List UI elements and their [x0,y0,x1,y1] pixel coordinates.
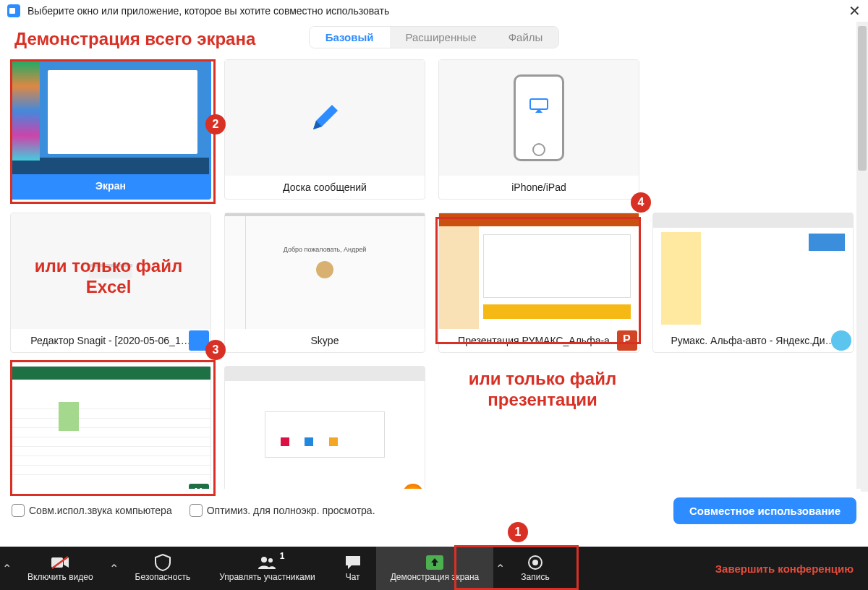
titlebar: Выберите окно или приложение, которое вы… [0,0,868,22]
chevron-up-icon[interactable]: ⌃ [108,562,121,576]
svg-rect-0 [530,99,548,109]
tile-label: Румакс. Альфа-авто - Яндекс.Ди… [653,329,853,352]
share-options-bar: Совм.испол.звука компьютера Оптимиз. для… [7,489,861,532]
tab-basic[interactable]: Базовый [310,27,390,48]
toolbar-participants[interactable]: 1 Управлять участниками [205,547,330,590]
dialog-title: Выберите окно или приложение, которое вы… [27,5,389,17]
share-screen-icon [425,555,444,570]
svg-point-7 [532,560,538,565]
chevron-up-icon[interactable]: ⌃ [493,562,506,576]
share-mode-tabs: Базовый Расширенные Файлы [0,26,868,53]
tile-label: Презентация РУМАКС_Альфа-а… [439,329,639,352]
shield-icon [155,555,171,570]
tile-snagit[interactable]: Редактор Snagit - [2020-05-06_1… [10,213,211,353]
share-button[interactable]: Совместное использование [673,497,856,524]
zoom-icon [7,4,20,17]
share-sources-grid: Экран Доска сообщений iPhone/iPad [10,59,854,532]
close-icon[interactable]: ✕ [848,2,861,20]
checkbox-optimize-fullscreen[interactable]: Оптимиз. для полноэкр. просмотра. [190,504,375,517]
svg-point-4 [268,558,273,563]
chat-icon [344,555,362,570]
tab-files[interactable]: Файлы [493,27,559,48]
toolbar-share-screen[interactable]: Демонстрация экрана [376,547,494,590]
toolbar-record[interactable]: Запись [506,547,563,590]
tile-firefox[interactable]: Редактор | Как пользоваться пр… [224,366,425,506]
powerpoint-icon [617,330,637,351]
tile-label: Skype [225,329,425,352]
iphone-icon [514,74,564,161]
pencil-icon [307,101,342,135]
toolbar-chat[interactable]: Чат [330,547,376,590]
tile-yandex-disk[interactable]: Румакс. Альфа-авто - Яндекс.Ди… [652,213,854,353]
share-screen-dialog: Выберите окно или приложение, которое вы… [0,0,868,590]
toolbar-video[interactable]: Включить видео [13,547,108,590]
toolbar-security[interactable]: Безопасность [121,547,205,590]
scrollbar-handle[interactable] [858,26,867,171]
checkbox-icon [12,504,25,517]
tile-excel[interactable]: План обучения - Excel [10,366,211,506]
checkbox-share-audio[interactable]: Совм.испол.звука компьютера [12,504,172,517]
checkbox-icon [190,504,203,517]
chevron-up-icon[interactable]: ⌃ [0,562,13,576]
record-icon [527,555,543,570]
tile-whiteboard[interactable]: Доска сообщений [224,59,425,200]
tile-screen[interactable]: Экран [10,59,211,200]
tile-skype[interactable]: Добро пожаловать, Андрей Skype [224,213,425,353]
svg-point-3 [261,557,267,563]
scrollbar[interactable] [856,22,868,492]
tile-label: Доска сообщений [225,176,425,199]
cloud-icon [831,330,851,351]
tab-advanced[interactable]: Расширенные [390,27,493,48]
snagit-icon [189,330,209,351]
video-off-icon [51,555,69,570]
tile-label: Редактор Snagit - [2020-05-06_1… [11,329,210,352]
tile-iphone-ipad[interactable]: iPhone/iPad [438,59,639,200]
meeting-toolbar: ⌃ Включить видео ⌃ Безопасность 1 Управл… [0,547,868,590]
tile-label: iPhone/iPad [439,176,639,199]
end-meeting-button[interactable]: Завершить конференцию [715,563,854,575]
tile-powerpoint[interactable]: Презентация РУМАКС_Альфа-а… [438,213,639,353]
tile-label: Экран [12,174,209,197]
participants-count: 1 [280,551,285,561]
participants-icon [257,555,277,570]
